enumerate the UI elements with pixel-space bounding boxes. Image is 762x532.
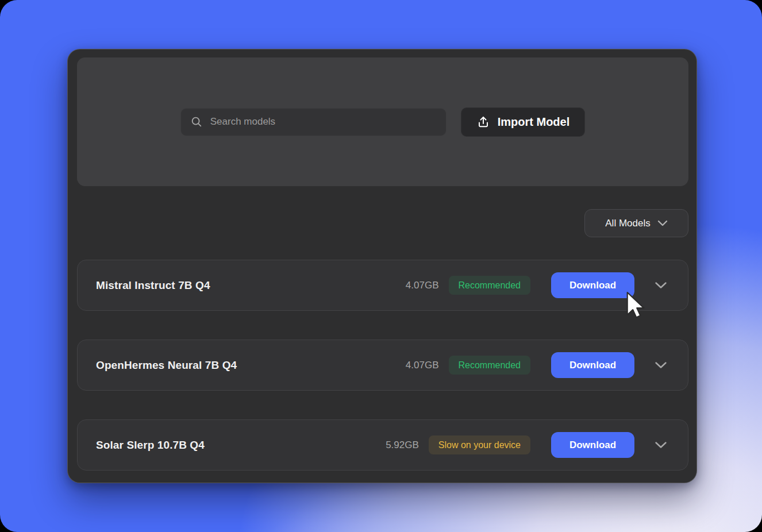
toolbar: Import Model bbox=[180, 107, 586, 137]
model-name: OpenHermes Neural 7B Q4 bbox=[96, 359, 406, 372]
search-box[interactable] bbox=[180, 108, 447, 136]
model-status-badge: Recommended bbox=[449, 276, 531, 295]
model-row: Solar Slerp 10.7B Q4 5.92GB Slow on your… bbox=[77, 419, 688, 471]
import-model-label: Import Model bbox=[498, 115, 570, 129]
model-status-badge: Recommended bbox=[449, 356, 531, 375]
model-name: Solar Slerp 10.7B Q4 bbox=[96, 439, 386, 452]
download-button[interactable]: Download bbox=[551, 432, 634, 458]
model-size: 4.07GB bbox=[406, 360, 439, 371]
chevron-down-icon bbox=[657, 220, 668, 226]
chevron-down-icon[interactable] bbox=[655, 441, 667, 449]
model-name: Mistral Instruct 7B Q4 bbox=[96, 279, 406, 292]
import-model-button[interactable]: Import Model bbox=[461, 107, 586, 137]
download-button[interactable]: Download bbox=[551, 352, 634, 378]
search-icon bbox=[190, 115, 203, 128]
header-section: Import Model bbox=[77, 57, 688, 186]
download-button[interactable]: Download bbox=[551, 272, 634, 298]
model-size: 5.92GB bbox=[386, 440, 419, 451]
app-background: Import Model All Models Mistral Instruct… bbox=[0, 0, 762, 532]
model-filter-label: All Models bbox=[605, 218, 650, 229]
chevron-down-icon[interactable] bbox=[655, 361, 667, 369]
model-filter-dropdown[interactable]: All Models bbox=[584, 209, 688, 237]
model-status-badge: Slow on your device bbox=[429, 435, 530, 454]
model-row: Mistral Instruct 7B Q4 4.07GB Recommende… bbox=[77, 260, 688, 311]
model-row: OpenHermes Neural 7B Q4 4.07GB Recommend… bbox=[77, 340, 688, 391]
search-input[interactable] bbox=[210, 116, 437, 128]
model-browser-panel: Import Model All Models Mistral Instruct… bbox=[67, 49, 697, 483]
chevron-down-icon[interactable] bbox=[655, 282, 667, 289]
upload-icon bbox=[476, 115, 490, 129]
model-size: 4.07GB bbox=[406, 280, 439, 291]
